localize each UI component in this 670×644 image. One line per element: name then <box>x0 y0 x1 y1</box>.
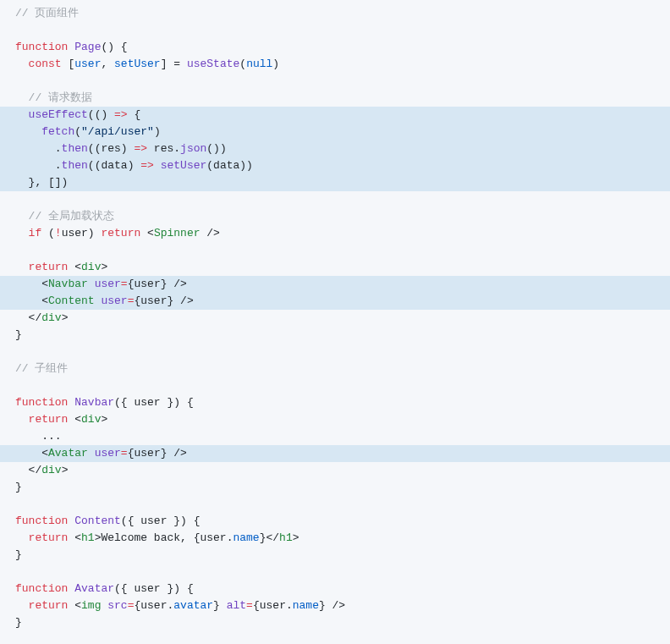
code-token: ] = <box>161 58 187 70</box>
code-token: const <box>29 58 62 70</box>
code-token: { <box>128 108 141 121</box>
code-token <box>15 599 29 612</box>
code-token: </ <box>15 311 41 324</box>
code-line <box>0 191 670 208</box>
code-token: data <box>101 159 127 172</box>
code-token: src <box>107 599 127 612</box>
code-token: Page <box>74 41 101 53</box>
code-line: return <img src={user.avatar} alt={user.… <box>0 597 670 614</box>
code-token: user <box>95 447 121 460</box>
code-token: }) { <box>161 396 194 409</box>
code-token <box>15 498 29 510</box>
code-token: {user. <box>134 599 173 612</box>
code-token: user <box>134 396 160 409</box>
code-token: then <box>62 142 88 155</box>
code-token: // 页面组件 <box>15 7 79 19</box>
code-token: }, []) <box>15 176 68 189</box>
code-token: useState <box>187 58 239 70</box>
code-token: Avatar <box>48 447 88 460</box>
code-token: h1 <box>279 531 293 544</box>
code-token: > <box>62 464 69 476</box>
code-token: < <box>68 599 81 612</box>
code-token: (() <box>88 108 114 121</box>
code-line <box>0 242 670 259</box>
code-token: name <box>233 531 259 544</box>
code-token: return <box>29 599 69 612</box>
code-token: (( <box>88 159 102 172</box>
code-token: ) <box>154 125 161 138</box>
code-token <box>15 345 29 358</box>
code-token: ) <box>272 58 279 70</box>
code-token: < <box>15 278 48 290</box>
code-token: }) { <box>167 515 200 527</box>
code-token: {user} /> <box>128 278 187 290</box>
code-token: {user} /> <box>134 294 193 307</box>
code-token: div <box>41 464 61 476</box>
code-token: Content <box>74 515 121 527</box>
code-token: h1 <box>81 531 95 544</box>
code-line: return <div> <box>0 259 670 276</box>
code-token: // 请求数据 <box>29 91 92 104</box>
code-token: ) <box>128 159 141 172</box>
code-line: function Avatar({ user }) { <box>0 581 670 597</box>
code-token <box>15 531 29 544</box>
code-token: Spinner <box>154 227 200 239</box>
code-line: </div> <box>0 310 670 327</box>
code-line: <Avatar user={user} /> <box>0 445 670 462</box>
code-token: = <box>246 599 253 612</box>
code-token <box>15 210 29 223</box>
code-token: ( <box>74 125 81 138</box>
code-token <box>15 244 29 256</box>
code-token: null <box>246 58 272 70</box>
code-token: } <box>15 548 22 561</box>
code-token: Navbar <box>48 278 88 290</box>
code-token: < <box>68 413 81 426</box>
code-line: </div> <box>0 462 670 479</box>
code-line: .then((res) => res.json()) <box>0 140 670 157</box>
code-token: // 子组件 <box>15 362 68 375</box>
code-line: // 子组件 <box>0 361 670 377</box>
code-token: {user} /> <box>128 447 187 460</box>
code-token: user <box>74 58 101 70</box>
code-token: } <box>213 599 227 612</box>
code-token <box>15 74 29 87</box>
code-token: return <box>101 227 140 239</box>
code-token: Navbar <box>74 396 114 409</box>
code-token: => <box>114 108 128 121</box>
code-token <box>154 159 161 172</box>
code-line <box>0 344 670 361</box>
code-token: . <box>15 142 62 155</box>
code-token: user <box>95 278 121 290</box>
code-token: < <box>140 227 154 239</box>
code-token <box>15 227 29 239</box>
code-token <box>15 261 29 273</box>
code-token: < <box>68 531 81 544</box>
code-line <box>0 377 670 394</box>
code-token: > <box>101 413 107 426</box>
code-token: Content <box>48 294 95 307</box>
code-token: res. <box>147 142 180 155</box>
code-token: setUser <box>161 159 207 172</box>
code-line: } <box>0 327 670 344</box>
code-token: < <box>15 447 48 460</box>
code-block: // 页面组件 function Page() { const [user, s… <box>0 5 670 631</box>
code-line <box>0 564 670 581</box>
code-line: .then((data) => setUser(data)) <box>0 157 670 174</box>
code-token: ()) <box>206 142 226 155</box>
code-token: div <box>81 413 101 426</box>
code-line: ... <box>0 428 670 445</box>
code-token: ... <box>15 430 62 443</box>
code-token <box>88 447 95 460</box>
code-token: < <box>15 294 48 307</box>
code-token: = <box>121 447 128 460</box>
code-token <box>15 379 29 392</box>
code-token: </ <box>15 464 41 476</box>
code-line: // 页面组件 <box>0 5 670 22</box>
code-token: return <box>29 531 69 544</box>
code-token <box>15 413 29 426</box>
code-token: ( <box>239 58 246 70</box>
code-token: "/api/user" <box>81 125 154 138</box>
code-token: avatar <box>173 599 213 612</box>
code-token <box>15 108 29 121</box>
code-token: () { <box>101 41 127 53</box>
